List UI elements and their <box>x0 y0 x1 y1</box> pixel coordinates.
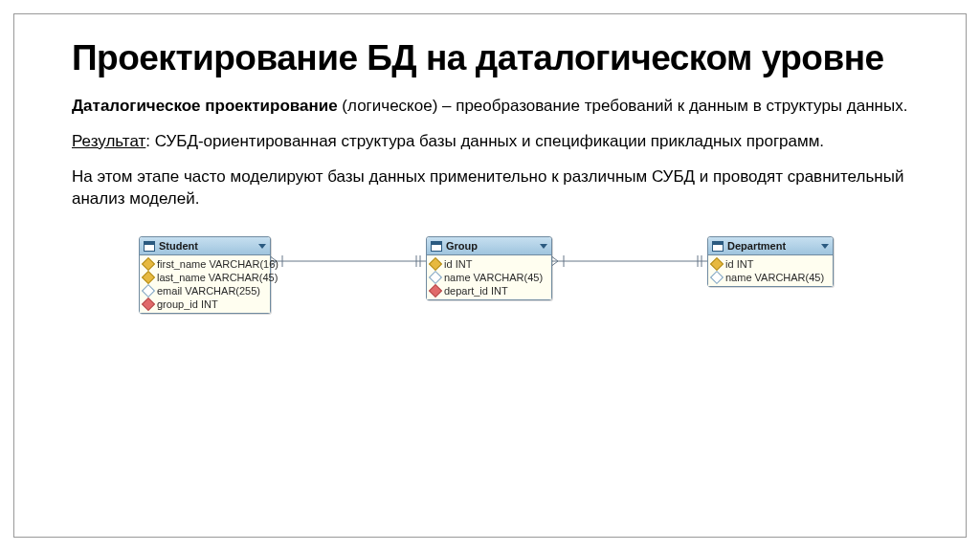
column-row: id INT <box>431 257 547 271</box>
table-icon <box>431 241 442 252</box>
entity-department-name: Department <box>727 240 786 252</box>
key-icon <box>142 257 155 271</box>
key-icon <box>710 257 724 271</box>
fk-icon <box>429 284 442 298</box>
result-rest: : СУБД-ориентированная структура базы да… <box>145 132 824 150</box>
column-icon <box>429 271 442 284</box>
column-row: name VARCHAR(45) <box>431 271 547 284</box>
column-icon <box>710 271 724 284</box>
definition-rest: (логическое) – преобразование требований… <box>338 97 908 115</box>
entity-student-name: Student <box>159 240 198 252</box>
slide-title: Проектирование БД на даталогическом уров… <box>72 39 908 78</box>
entity-department-header: Department <box>708 237 833 255</box>
entity-group-header: Group <box>427 237 551 255</box>
fk-icon <box>142 298 155 311</box>
chevron-down-icon <box>821 244 829 249</box>
entity-department: Department id INT name VARCHAR(45) <box>707 236 834 287</box>
column-row: name VARCHAR(45) <box>712 271 829 284</box>
entity-group: Group id INT name VARCHAR(45) <box>426 236 552 300</box>
key-icon <box>142 271 155 284</box>
slide: Проектирование БД на даталогическом уров… <box>13 13 967 538</box>
column-row: depart_id INT <box>431 284 547 298</box>
table-icon <box>144 241 155 252</box>
entity-group-name: Group <box>446 240 478 252</box>
column-row: group_id INT <box>144 298 266 311</box>
key-icon <box>429 257 442 271</box>
table-icon <box>712 241 724 252</box>
chevron-down-icon <box>540 244 547 249</box>
column-row: last_name VARCHAR(45) <box>144 271 266 284</box>
entity-student: Student first_name VARCHAR(16) last_name… <box>139 236 271 314</box>
er-diagram: Student first_name VARCHAR(16) last_name… <box>72 223 908 376</box>
chevron-down-icon <box>258 244 266 249</box>
result-label: Результат <box>72 132 145 150</box>
definition-paragraph: Даталогическое проектирование (логическо… <box>72 96 908 118</box>
column-row: email VARCHAR(255) <box>144 284 266 298</box>
column-row: id INT <box>712 257 829 271</box>
stage-paragraph: На этом этапе часто моделируют базы данн… <box>72 166 908 210</box>
result-paragraph: Результат: СУБД-ориентированная структур… <box>72 131 908 153</box>
definition-term: Даталогическое проектирование <box>72 97 338 115</box>
column-icon <box>142 284 155 298</box>
column-row: first_name VARCHAR(16) <box>144 257 266 271</box>
entity-student-header: Student <box>140 237 270 255</box>
